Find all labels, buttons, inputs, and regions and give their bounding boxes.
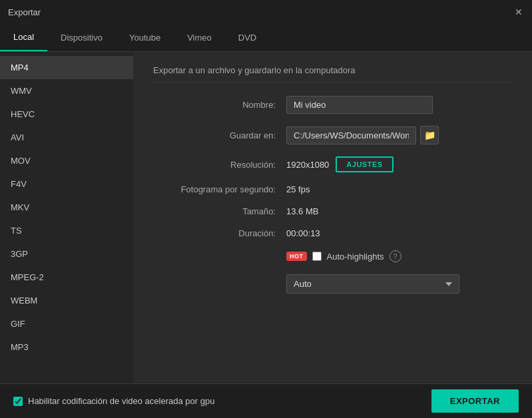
sidebar-item-mov[interactable]: MOV [0,149,133,172]
fotograma-row: Fotograma por segundo: 25 fps [153,184,512,194]
sidebar-item-hevc[interactable]: HEVC [0,103,133,126]
nombre-label: Nombre: [153,100,286,110]
sidebar-item-mp4[interactable]: MP4 [0,56,133,79]
window-title: Exportar [8,7,41,17]
ajustes-button[interactable]: AJUSTES [336,156,393,172]
tamano-row: Tamaño: 13.6 MB [153,206,512,216]
quality-dropdown[interactable]: Auto 1080p 720p 480p 360p [286,274,459,294]
sidebar: MP4 WMV HEVC AVI MOV F4V MKV TS [0,52,133,383]
path-input[interactable] [286,126,416,144]
tab-local[interactable]: Local [0,24,47,51]
help-icon[interactable]: ? [390,250,401,262]
nombre-input[interactable] [286,96,433,114]
sidebar-item-mkv[interactable]: MKV [0,196,133,219]
resolucion-label: Resolución: [153,160,286,170]
export-window: Exportar ✕ Local Dispositivo Youtube Vim… [0,0,532,418]
auto-highlights-label[interactable]: Auto-highlights [327,252,384,262]
dropdown-row: Auto 1080p 720p 480p 360p [153,274,512,294]
panel-description: Exportar a un archivo y guardarlo en la … [153,65,512,83]
export-button[interactable]: EXPORTAR [431,389,519,413]
tamano-label: Tamaño: [153,206,286,216]
tab-dispositivo[interactable]: Dispositivo [47,24,116,51]
tamano-value: 13.6 MB [286,206,318,216]
duracion-value: 00:00:13 [286,228,320,238]
sidebar-item-avi[interactable]: AVI [0,126,133,149]
sidebar-item-f4v[interactable]: F4V [0,172,133,196]
sidebar-item-ts[interactable]: TS [0,219,133,242]
resolution-value: 1920x1080 [286,160,329,170]
sidebar-item-webm[interactable]: WEBM [0,289,133,312]
tab-youtube[interactable]: Youtube [116,24,174,51]
tab-bar: Local Dispositivo Youtube Vimeo DVD [0,24,532,52]
bottom-bar: Habilitar codificación de video acelerad… [0,383,532,418]
sidebar-item-gif[interactable]: GIF [0,312,133,335]
sidebar-item-mp3[interactable]: MP3 [0,335,133,359]
duracion-row: Duración: 00:00:13 [153,228,512,238]
auto-highlights-controls: HOT Auto-highlights ? [286,250,401,262]
title-bar: Exportar ✕ [0,0,532,24]
sidebar-item-3gp[interactable]: 3GP [0,242,133,266]
nombre-row: Nombre: [153,96,512,114]
auto-highlights-checkbox[interactable] [312,252,322,261]
dropdown-container: Auto 1080p 720p 480p 360p [286,274,459,294]
fotograma-label: Fotograma por segundo: [153,184,286,194]
sidebar-item-wmv[interactable]: WMV [0,79,133,103]
path-row: 📁 [286,126,439,144]
tab-vimeo[interactable]: Vimeo [174,24,225,51]
content-area: MP4 WMV HEVC AVI MOV F4V MKV TS [0,52,532,383]
folder-browse-button[interactable]: 📁 [420,126,439,144]
gpu-row: Habilitar codificación de video acelerad… [13,396,214,406]
resolution-row: 1920x1080 AJUSTES [286,156,394,172]
duracion-label: Duración: [153,228,286,238]
auto-highlights-row: HOT Auto-highlights ? [153,250,512,262]
gpu-label[interactable]: Habilitar codificación de video acelerad… [28,396,214,406]
main-panel: Exportar a un archivo y guardarlo en la … [133,52,532,383]
sidebar-item-mpeg2[interactable]: MPEG-2 [0,266,133,289]
guardar-row: Guardar en: 📁 [153,126,512,144]
guardar-label: Guardar en: [153,130,286,140]
fotograma-value: 25 fps [286,184,310,194]
hot-badge: HOT [286,252,307,261]
resolucion-row: Resolución: 1920x1080 AJUSTES [153,156,512,172]
close-button[interactable]: ✕ [513,7,524,17]
gpu-checkbox[interactable] [13,397,23,406]
tab-dvd[interactable]: DVD [225,24,270,51]
folder-icon: 📁 [424,130,435,140]
